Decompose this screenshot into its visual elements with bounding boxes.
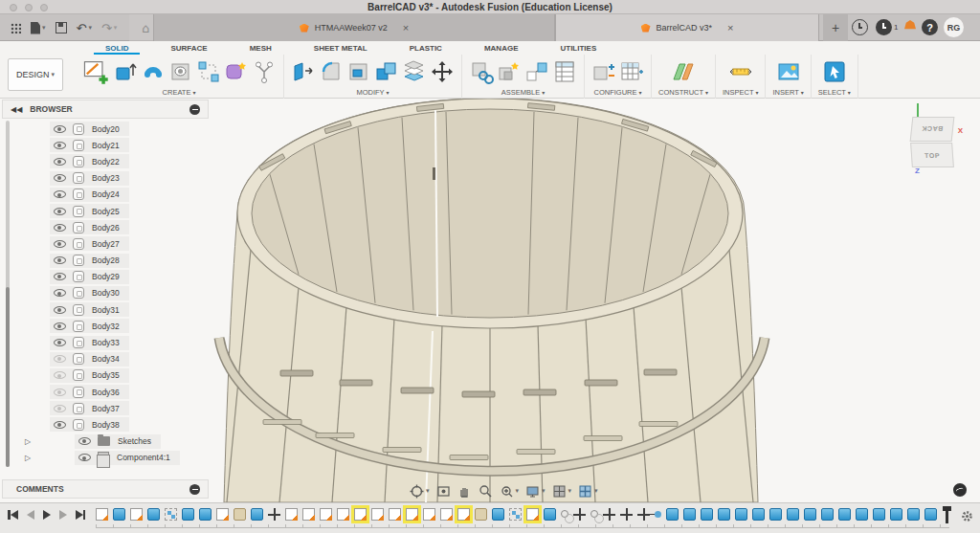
close-tab-icon[interactable]: × [403, 22, 409, 33]
visibility-eye-icon[interactable] [54, 142, 66, 149]
configuration-table-icon[interactable] [619, 59, 644, 84]
go-to-end-button[interactable] [76, 510, 86, 520]
visibility-eye-icon[interactable] [54, 339, 66, 346]
visibility-eye-icon[interactable] [54, 208, 66, 215]
timeline-feature-combine[interactable] [769, 508, 782, 521]
shell-icon[interactable] [346, 59, 371, 84]
ribbon-tab-plastic[interactable]: PLASTIC [389, 41, 463, 55]
ribbon-tab-surface[interactable]: SURFACE [149, 41, 228, 55]
timeline-feature-sketch[interactable] [285, 508, 298, 521]
timeline-feature-combine[interactable] [787, 508, 799, 521]
browser-item-body27[interactable]: Body27 [0, 235, 180, 252]
timeline-feature-sketch[interactable] [216, 508, 229, 521]
visibility-eye-icon[interactable] [54, 125, 66, 133]
comments-bar[interactable]: COMMENTS [2, 479, 209, 499]
browser-item-body34[interactable]: Body34 [0, 351, 180, 367]
timeline-feature-combine[interactable] [821, 508, 834, 521]
press-pull-icon[interactable] [291, 59, 316, 84]
create-sketch-icon[interactable] [81, 57, 110, 86]
timeline-feature-combine[interactable] [907, 508, 920, 521]
visibility-eye-icon[interactable] [54, 224, 66, 232]
redo-button[interactable]: ↷▾ [99, 17, 120, 38]
pan-icon[interactable] [457, 484, 472, 499]
timeline-feature-combine[interactable] [666, 508, 679, 521]
insert-derive-icon[interactable] [469, 59, 494, 84]
visibility-eye-icon[interactable] [54, 355, 66, 363]
group-label[interactable]: MODIFY [356, 88, 389, 97]
ribbon-tab-mesh[interactable]: MESH [229, 41, 293, 55]
configuration-icon[interactable] [591, 59, 616, 84]
timeline-feature-combine[interactable] [683, 508, 696, 521]
browser-item-body30[interactable]: Body30 [0, 285, 180, 301]
go-to-start-button[interactable] [8, 510, 18, 520]
timeline-feature-revolve[interactable] [113, 508, 125, 521]
visibility-eye-icon[interactable] [54, 289, 66, 297]
play-button[interactable] [43, 510, 51, 520]
visibility-eye-icon[interactable] [54, 240, 66, 248]
save-button[interactable] [53, 17, 70, 38]
workspace-selector-button[interactable]: DESIGN▾ [8, 58, 63, 91]
timeline-settings-gear-icon[interactable] [961, 509, 973, 526]
measure-icon[interactable] [728, 59, 753, 84]
close-tab-icon[interactable]: × [727, 22, 733, 33]
viewports-icon[interactable]: ▾ [578, 484, 598, 499]
group-label[interactable]: CREATE [163, 88, 196, 97]
timeline-feature-combine[interactable] [873, 508, 885, 521]
timeline-feature-sketch[interactable] [389, 508, 401, 521]
browser-item-body33[interactable]: Body33 [0, 334, 180, 350]
visibility-eye-icon[interactable] [78, 454, 91, 461]
minimize-comments-icon[interactable] [189, 484, 200, 495]
extrude-icon[interactable] [113, 59, 138, 84]
timeline-feature-extrude[interactable] [492, 508, 504, 521]
new-tab-button[interactable]: + [823, 14, 848, 41]
timeline-feature-combine[interactable] [804, 508, 816, 521]
document-tab-active[interactable]: BarrelCAD v3* × [555, 14, 819, 41]
browser-item-body38[interactable]: Body38 [0, 416, 180, 433]
rectangular-pattern-icon[interactable] [196, 59, 221, 84]
step-back-button[interactable] [27, 510, 34, 520]
construction-plane-icon[interactable] [671, 59, 696, 84]
view-cube[interactable]: BACK TOP X Z [890, 103, 963, 180]
timeline-feature-link[interactable] [590, 510, 598, 518]
browser-item-body25[interactable]: Body25 [0, 203, 180, 219]
timeline-feature-combine[interactable] [735, 508, 747, 521]
zoom-icon[interactable] [479, 484, 493, 499]
select-icon[interactable] [822, 59, 847, 84]
browser-header[interactable]: ◀◀ BROWSER [2, 100, 209, 119]
ribbon-tab-manage[interactable]: MANAGE [463, 41, 540, 55]
browser-item-body29[interactable]: Body29 [0, 269, 180, 285]
expand-arrow-icon[interactable]: ▷ [25, 437, 36, 446]
viewport-canvas[interactable]: ◀◀ BROWSER Body20Body21Body22Body23Body2… [0, 99, 980, 502]
fillet-icon[interactable] [319, 59, 344, 84]
timeline-feature-combine[interactable] [890, 508, 902, 521]
visibility-eye-icon[interactable] [54, 421, 66, 429]
timeline-feature-revolve[interactable] [199, 508, 212, 521]
timeline-feature-move[interactable] [573, 508, 586, 521]
timeline-feature-combine[interactable] [838, 508, 851, 521]
look-at-icon[interactable] [436, 484, 451, 499]
group-label[interactable]: SELECT [818, 88, 851, 97]
grid-snaps-icon[interactable]: ▾ [552, 484, 572, 499]
timeline-feature-sketch[interactable] [423, 508, 435, 521]
visibility-eye-icon[interactable] [54, 371, 66, 379]
viewcube-top-face[interactable]: TOP [910, 143, 954, 167]
timeline-feature-sketch[interactable] [440, 508, 453, 521]
viewcube-back-face[interactable]: BACK [910, 117, 955, 142]
timeline-feature-combine[interactable] [924, 508, 937, 521]
browser-item-body26[interactable]: Body26 [0, 219, 180, 235]
history-icon[interactable] [852, 19, 868, 35]
browser-item-sketches[interactable]: ▷Sketches [0, 433, 180, 450]
browser-item-body24[interactable]: Body24 [0, 187, 180, 203]
timeline-feature-sketch[interactable] [406, 508, 418, 521]
visibility-eye-icon[interactable] [54, 273, 66, 280]
file-menu-button[interactable]: ▾ [28, 17, 49, 38]
fit-icon[interactable]: ▾ [500, 484, 520, 499]
split-body-icon[interactable] [402, 59, 427, 84]
visibility-eye-icon[interactable] [54, 322, 66, 330]
browser-item-body21[interactable]: Body21 [0, 137, 180, 153]
timeline-feature-sketch[interactable] [526, 508, 539, 521]
notifications-bell-icon[interactable] [904, 20, 916, 31]
display-settings-icon[interactable]: ▾ [525, 484, 546, 499]
ribbon-tab-sheet-metal[interactable]: SHEET METAL [293, 41, 389, 55]
timeline-feature-move[interactable] [620, 508, 633, 521]
